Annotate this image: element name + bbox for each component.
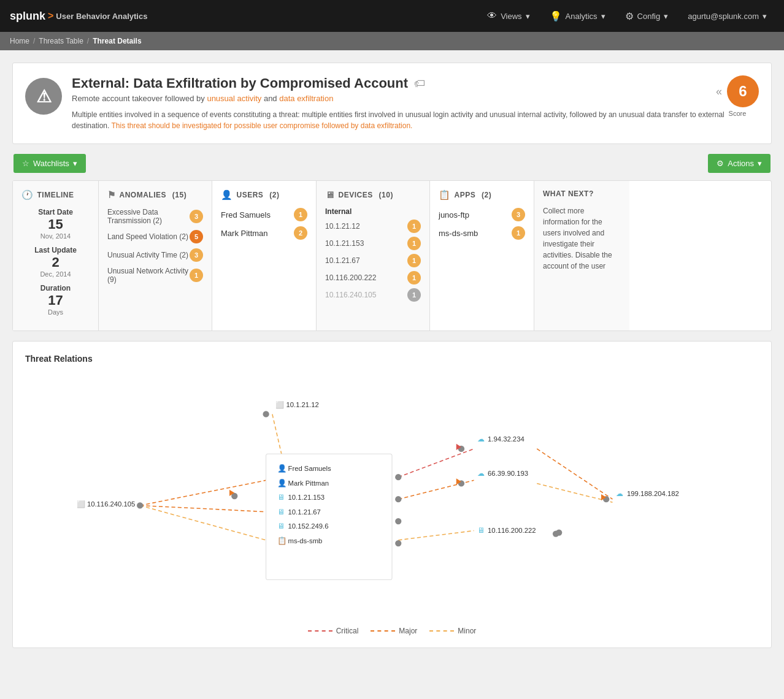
svg-text:🖥: 🖥 [277,522,285,530]
devices-section-label: Internal [325,207,421,216]
legend-minor: Minor [429,627,476,635]
config-icon: ⚙ [625,10,634,22]
svg-point-11 [263,411,269,417]
device-item: 10.1.21.153 1 [325,237,421,250]
what-next-panel: WHAT NEXT? Collect more information for … [534,181,629,330]
views-icon: 👁 [487,10,497,21]
collapse-icon[interactable]: « [716,85,722,98]
actions-label: Actions [728,159,754,168]
legend-critical: Critical [308,627,359,635]
duration-value: 17 [21,292,90,308]
svg-text:10.116.200.222: 10.116.200.222 [488,527,536,534]
nav-views[interactable]: 👁 Views ▾ [480,7,537,25]
views-chevron: ▾ [526,12,530,21]
breadcrumb-threats-table[interactable]: Threats Table [39,37,83,45]
anomaly-badge-4: 1 [190,269,203,282]
breadcrumb-current: Threat Details [93,37,141,45]
user-name-2: Mark Pittman [221,229,268,238]
device-badge-5: 1 [407,288,421,302]
anomalies-header: ⚑ ANOMALIES (15) [107,189,203,201]
watchlists-button[interactable]: ☆ Watchlists ▾ [13,154,86,173]
breadcrumb-sep1: / [33,37,35,45]
svg-rect-25 [266,454,392,579]
device-badge-2: 1 [407,237,421,250]
last-update-label: Last Update [21,246,90,254]
critical-line [308,630,332,632]
splunk-wordmark: splunk [10,10,45,23]
subtitle-link2[interactable]: data exfiltration [279,94,333,103]
anomaly-name-2: Land Speed Violation (2) [107,232,190,241]
threat-title: External: Data Exfiltration by Compromis… [72,75,408,91]
what-next-title: WHAT NEXT? [543,189,594,198]
svg-text:10.116.240.105: 10.116.240.105 [87,500,135,508]
app-badge-1: 3 [512,208,525,221]
svg-line-7 [537,449,612,499]
users-panel: 👤 USERS (2) Fred Samuels 1 Mark Pittman … [212,181,317,330]
svg-line-4 [398,449,474,477]
svg-text:⬜: ⬜ [77,500,86,508]
svg-text:📋: 📋 [277,536,287,546]
timeline-title: TIMELINE [37,191,74,199]
apps-icon: 📋 [439,189,451,201]
device-ip-4: 10.116.200.222 [325,273,376,282]
user-item: Mark Pittman 2 [221,226,307,240]
subtitle-plain: Remote account takeover followed by [72,94,207,103]
svg-text:1.94.32.234: 1.94.32.234 [488,435,525,443]
duration-label: Duration [21,284,90,292]
users-title: USERS [237,191,264,199]
device-ip-1: 10.1.21.12 [325,222,360,231]
tag-icon[interactable]: 🏷 [414,77,425,90]
nav-analytics[interactable]: 💡 Analytics ▾ [542,7,613,26]
svg-text:10.1.21.153: 10.1.21.153 [288,494,325,501]
svg-text:66.39.90.193: 66.39.90.193 [488,470,528,477]
threat-title-row: External: Data Exfiltration by Compromis… [72,75,759,91]
watchlists-chevron: ▾ [73,159,77,168]
subtitle-link1[interactable]: unusual activity [207,94,261,103]
major-line [371,630,395,632]
anomaly-item: Unusual Activity Time (2) 3 [107,248,203,262]
nav-config-label: Config [637,12,661,21]
devices-header: 🖥 DEVICES (10) [325,189,421,200]
svg-text:10.1.21.12: 10.1.21.12 [286,401,318,408]
start-date-value: 15 [21,216,90,232]
user-name-1: Fred Samuels [221,210,271,220]
svg-text:Fred Samuels: Fred Samuels [288,465,332,472]
anomaly-item: Unusual Network Activity (9) 1 [107,267,203,284]
threat-relations-svg: ⬜ 10.116.240.105 ⬜ 10.1.21.12 👤 Fred Sam… [31,380,753,613]
anomaly-name-3: Unusual Activity Time (2) [107,251,190,259]
breadcrumb-home[interactable]: Home [10,37,29,45]
threat-relations-legend: Critical Major Minor [25,627,759,635]
device-ip-5: 10.116.240.105 [325,291,376,299]
device-badge-1: 1 [407,220,421,233]
flag-icon: ⚑ [107,189,116,201]
top-navigation: splunk > User Behavior Analytics 👁 Views… [0,0,784,32]
nav-user[interactable]: agurtu@splunk.com ▾ [680,8,774,25]
svg-line-3 [272,414,282,455]
last-update-value: 2 [21,254,90,270]
svg-text:ms-ds-smb: ms-ds-smb [288,537,323,544]
users-count: (2) [267,191,279,199]
device-item: 10.116.240.105 1 [325,288,421,302]
last-update-block: Last Update 2 Dec, 2014 [21,246,90,278]
gear-icon: ⚙ [717,159,724,168]
apps-header: 📋 APPS (2) [439,189,525,201]
svg-text:10.152.249.6: 10.152.249.6 [288,522,329,530]
svg-point-44 [556,529,562,535]
svg-text:🖥: 🖥 [277,508,285,516]
app-name: User Behavior Analytics [56,12,147,21]
minor-label: Minor [458,627,476,635]
user-item: Fred Samuels 1 [221,208,307,221]
anomalies-panel: ⚑ ANOMALIES (15) Excessive Data Transmis… [99,181,212,330]
nav-config[interactable]: ⚙ Config ▾ [618,7,676,26]
start-date-label: Start Date [21,208,90,216]
nav-views-label: Views [501,12,521,21]
nav-user-label: agurtu@splunk.com [688,12,759,21]
panels-row: 🕐 TIMELINE Start Date 15 Nov, 2014 Last … [12,180,772,331]
svg-text:🖥: 🖥 [477,526,485,535]
actions-button[interactable]: ⚙ Actions ▾ [708,154,771,173]
logo-arrow: > [48,10,53,21]
duration-sub: Days [21,308,90,316]
desc-link[interactable]: This threat should be investigated for p… [112,121,413,130]
threat-subtitle: Remote account takeover followed by unus… [72,94,759,103]
anomaly-name-1: Excessive Data Transmission (2) [107,208,190,225]
